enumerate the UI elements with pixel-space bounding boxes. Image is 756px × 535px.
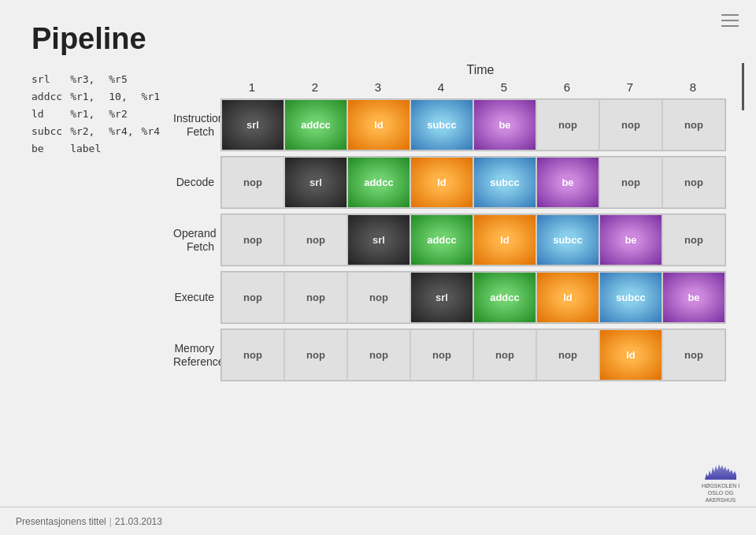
pipeline-cell: srl (284, 157, 347, 208)
pipeline-cell: nop (536, 329, 599, 381)
pipeline-cell: srl (410, 272, 473, 323)
grid-section: Decodenopsrladdccldsubccbenopnop (173, 156, 740, 209)
row-label: MemoryReference (173, 342, 220, 369)
grid-row: nopsrladdccldsubccbenopnop (220, 156, 726, 209)
footer: Presentasjonens tittel | 21.03.2013 (0, 507, 756, 535)
row-label: InstructionFetch (173, 112, 220, 139)
code-row: addcc%r1,10,%r1 (32, 88, 168, 106)
row-label: Decode (173, 176, 220, 189)
pipeline-cell: nop (284, 214, 347, 266)
pipeline-cell: be (662, 272, 725, 323)
pipeline-cell: ld (473, 214, 536, 266)
col-headers: 12345678 (220, 80, 740, 94)
pipeline-cell: nop (599, 157, 662, 208)
pipeline-cell: nop (284, 272, 347, 323)
pipeline-cell: nop (473, 329, 536, 381)
grid-section: OperandFetchnopnopsrladdccldsubccbenop (173, 214, 740, 266)
pipeline-cell: addcc (284, 99, 347, 150)
pipeline-cell: ld (347, 99, 410, 150)
pipeline-cell: subcc (473, 157, 536, 208)
pipeline-cell: nop (221, 157, 284, 208)
col-header: 4 (410, 80, 472, 94)
pipeline-cell: nop (662, 157, 725, 208)
pipeline-cell: nop (662, 99, 725, 150)
pipeline-cell: be (536, 157, 599, 208)
code-row: subcc%r2,%r4,%r4 (32, 123, 168, 140)
grid-row: nopnopnopnopnopnopldnop (220, 329, 726, 381)
page-title: Pipeline (32, 22, 146, 56)
grid-row: nopnopnopsrladdccldsubccbe (220, 271, 726, 324)
hamburger-menu[interactable] (721, 14, 739, 27)
row-label: Execute (173, 291, 220, 304)
col-header: 7 (598, 80, 662, 94)
pipeline-cell: addcc (410, 214, 473, 266)
pipeline-cell: subcc (599, 272, 662, 323)
row-label: OperandFetch (173, 227, 220, 254)
pipeline-cell: nop (347, 272, 410, 323)
pipeline-cell: nop (410, 329, 473, 381)
pipeline-cell: ld (599, 329, 662, 381)
col-header: 6 (536, 80, 598, 94)
col-header: 3 (346, 80, 410, 94)
pipeline-cell: subcc (410, 99, 473, 150)
grid-section: Executenopnopnopsrladdccldsubccbe (173, 271, 740, 324)
code-row: belabel (32, 140, 168, 158)
col-header: 1 (220, 80, 284, 94)
pipeline-cell: nop (284, 329, 347, 381)
pipeline-cell: srl (347, 214, 410, 266)
pipeline-cell: be (599, 214, 662, 266)
code-block: srl%r3,%r5addcc%r1,10,%r1ld%r1,%r2subcc%… (32, 71, 168, 158)
pipeline-cell: nop (536, 99, 599, 150)
pipeline-area: Time 12345678 InstructionFetchsrladdccld… (173, 63, 740, 381)
time-label: Time (220, 63, 740, 77)
grid-row: nopnopsrladdccldsubccbenop (220, 214, 726, 266)
pipeline-cell: nop (347, 329, 410, 381)
col-header: 5 (472, 80, 536, 94)
pipeline-cell: ld (410, 157, 473, 208)
grid-section: MemoryReferencenopnopnopnopnopnopldnop (173, 329, 740, 381)
pipeline-cell: nop (662, 214, 725, 266)
pipeline-cell: addcc (347, 157, 410, 208)
pipeline-cell: nop (221, 214, 284, 266)
pipeline-cell: ld (536, 272, 599, 323)
code-row: ld%r1,%r2 (32, 106, 168, 123)
col-header: 8 (662, 80, 724, 94)
logo: HØGSKOLEN I OSLO OG AKERSHUS (697, 464, 744, 503)
logo-icon (705, 464, 736, 480)
grid-row: srladdccldsubccbenopnopnop (220, 98, 726, 151)
pipeline-cell: nop (221, 272, 284, 323)
side-accent (742, 63, 744, 110)
pipeline-cell: nop (221, 329, 284, 381)
pipeline-cell: nop (599, 99, 662, 150)
pipeline-cell: srl (221, 99, 284, 150)
footer-date: 21.03.2013 (115, 516, 162, 527)
pipeline-cell: nop (662, 329, 725, 381)
page: Pipeline srl%r3,%r5addcc%r1,10,%r1ld%r1,… (0, 0, 756, 535)
logo-text: HØGSKOLEN I OSLO OG AKERSHUS (697, 482, 744, 503)
footer-title: Presentasjonens tittel (16, 516, 106, 527)
pipeline-cell: be (473, 99, 536, 150)
code-row: srl%r3,%r5 (32, 71, 168, 88)
col-header: 2 (284, 80, 346, 94)
pipeline-cell: addcc (473, 272, 536, 323)
grid-section: InstructionFetchsrladdccldsubccbenopnopn… (173, 98, 740, 151)
pipeline-cell: subcc (536, 214, 599, 266)
